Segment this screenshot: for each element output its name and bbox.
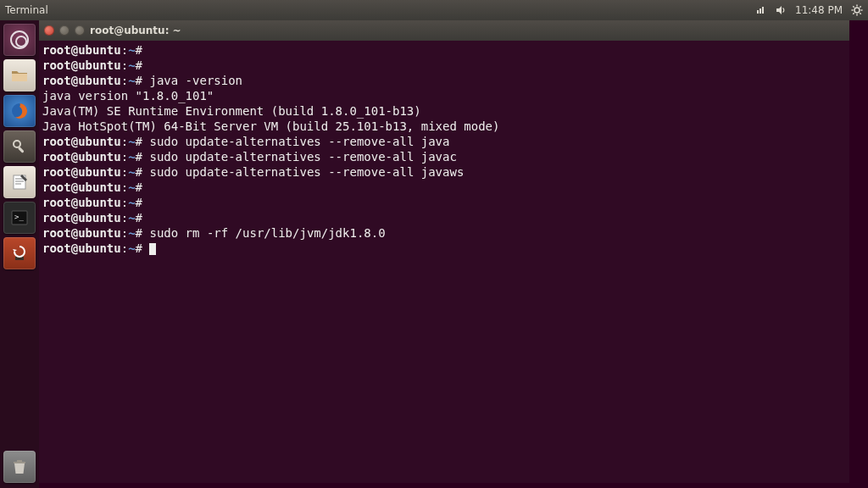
terminal-launcher[interactable]: >_ bbox=[3, 202, 36, 234]
folder-icon bbox=[10, 66, 29, 85]
network-icon[interactable] bbox=[754, 4, 766, 16]
terminal-prompt-line: root@ubuntu:~# sudo rm -rf /usr/lib/jvm/… bbox=[42, 225, 846, 241]
updater-icon bbox=[10, 244, 29, 263]
terminal-prompt-line: root@ubuntu:~# bbox=[42, 180, 846, 195]
firefox-launcher[interactable] bbox=[3, 95, 36, 127]
software-updater-launcher[interactable] bbox=[3, 237, 36, 269]
terminal-prompt-line: root@ubuntu:~# sudo update-alternatives … bbox=[42, 164, 846, 180]
text-editor-launcher[interactable] bbox=[3, 166, 36, 198]
trash-launcher[interactable] bbox=[3, 451, 36, 483]
window-titlebar[interactable]: root@ubuntu: ~ bbox=[39, 20, 849, 41]
window-title: root@ubuntu: ~ bbox=[90, 25, 181, 36]
session-gear-icon[interactable] bbox=[851, 4, 863, 16]
window-close-button[interactable] bbox=[44, 25, 54, 36]
svg-point-0 bbox=[854, 8, 860, 13]
gear-wrench-icon bbox=[10, 137, 29, 156]
system-settings-launcher[interactable] bbox=[3, 130, 36, 163]
svg-rect-18 bbox=[14, 462, 25, 463]
svg-rect-11 bbox=[18, 147, 25, 153]
svg-line-7 bbox=[853, 13, 854, 14]
system-menu-bar: Terminal 11:48 PM bbox=[0, 0, 868, 20]
terminal-window: root@ubuntu: ~ root@ubuntu:~# root@ubunt… bbox=[39, 20, 849, 483]
terminal-prompt-line: root@ubuntu:~# bbox=[42, 42, 846, 58]
terminal-prompt-line: root@ubuntu:~# bbox=[42, 210, 846, 225]
svg-line-8 bbox=[860, 6, 860, 7]
terminal-output-line: java version "1.8.0_101" bbox=[42, 88, 846, 103]
terminal-output[interactable]: root@ubuntu:~# root@ubuntu:~# root@ubunt… bbox=[39, 41, 849, 483]
sound-icon[interactable] bbox=[775, 4, 787, 16]
svg-line-6 bbox=[860, 13, 860, 14]
terminal-output-line: Java HotSpot(TM) 64-Bit Server VM (build… bbox=[42, 119, 846, 134]
menu-bar-app-title: Terminal bbox=[5, 4, 48, 16]
window-minimize-button[interactable] bbox=[59, 25, 70, 36]
trash-icon bbox=[10, 458, 29, 476]
svg-line-5 bbox=[853, 6, 854, 7]
ubuntu-logo-icon bbox=[10, 30, 29, 49]
terminal-cursor bbox=[149, 243, 156, 255]
unity-launcher: >_ bbox=[0, 20, 39, 488]
notepad-icon bbox=[10, 173, 29, 191]
terminal-icon: >_ bbox=[10, 208, 29, 227]
clock[interactable]: 11:48 PM bbox=[795, 4, 843, 16]
svg-text:>_: >_ bbox=[14, 213, 24, 221]
terminal-output-line: Java(TM) SE Runtime Environment (build 1… bbox=[42, 103, 846, 119]
dash-button[interactable] bbox=[3, 24, 36, 56]
firefox-icon bbox=[9, 101, 30, 121]
terminal-prompt-line: root@ubuntu:~# sudo update-alternatives … bbox=[42, 149, 846, 164]
terminal-prompt-line: root@ubuntu:~# bbox=[42, 241, 846, 256]
svg-rect-19 bbox=[17, 460, 22, 462]
terminal-prompt-line: root@ubuntu:~# sudo update-alternatives … bbox=[42, 134, 846, 149]
svg-point-10 bbox=[14, 141, 20, 147]
terminal-prompt-line: root@ubuntu:~# bbox=[42, 195, 846, 210]
files-launcher[interactable] bbox=[3, 59, 36, 92]
window-maximize-button[interactable] bbox=[75, 25, 85, 36]
terminal-prompt-line: root@ubuntu:~# bbox=[42, 58, 846, 73]
terminal-prompt-line: root@ubuntu:~# java -version bbox=[42, 73, 846, 88]
